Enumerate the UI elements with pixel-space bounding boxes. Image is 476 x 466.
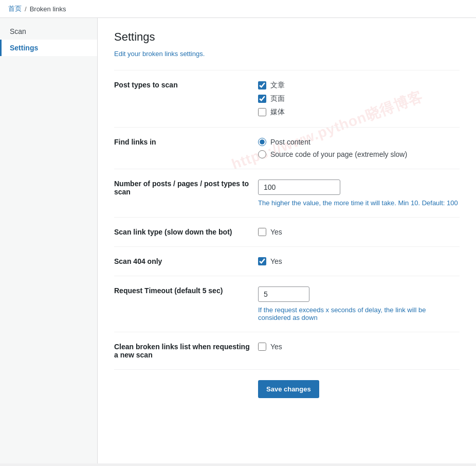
label-num-posts: Number of posts / pages / post types to … [114,169,258,218]
breadcrumb-current: Broken links [30,5,66,13]
row-scan-404: Scan 404 only Yes [114,247,460,276]
checkbox-scan-404[interactable] [258,257,266,265]
checkbox-page[interactable] [258,95,266,103]
control-clean-broken-links: Yes [258,332,460,370]
input-request-timeout[interactable] [258,286,309,302]
label-post-content[interactable]: Post content [270,138,310,146]
main-content: https://www.python晓得博客 Settings Edit you… [98,18,476,463]
row-request-timeout: Request Timeout (default 5 sec) If the r… [114,276,460,332]
control-post-types: 文章 页面 媒体 [258,70,460,128]
save-button[interactable]: Save changes [258,380,319,398]
label-clean-broken-links: Clean broken links list when requesting … [114,332,258,370]
label-scan-404-yes[interactable]: Yes [270,257,282,265]
label-request-timeout: Request Timeout (default 5 sec) [114,276,258,332]
checkbox-row-scan-404: Yes [258,257,460,265]
row-post-types: Post types to scan 文章 页面 媒体 [114,70,460,128]
hint-request-timeout: If the request exceeds x seconds of dela… [258,306,460,321]
settings-subtitle: Edit your broken links settings. [114,50,460,58]
checkbox-row-scan-link-type: Yes [258,228,460,236]
page-title: Settings [114,30,460,44]
hint-num-posts: The higher the value, the more time it w… [258,199,460,207]
sidebar-item-scan[interactable]: Scan [0,23,97,40]
checkbox-row-article: 文章 [258,81,460,90]
control-find-links: Post content Source code of your page (e… [258,128,460,169]
checkbox-row-page: 页面 [258,94,460,103]
label-clean-yes[interactable]: Yes [270,343,282,351]
label-article[interactable]: 文章 [270,81,285,90]
control-scan-link-type: Yes [258,218,460,247]
settings-table: Post types to scan 文章 页面 媒体 [114,70,460,408]
row-find-links: Find links in Post content Source code o… [114,128,460,169]
label-page[interactable]: 页面 [270,94,285,103]
radio-row-source-code: Source code of your page (extremely slow… [258,150,460,158]
sidebar-item-settings[interactable]: Settings [0,40,97,56]
breadcrumb: 首页 / Broken links [0,0,476,18]
checkbox-clean[interactable] [258,343,266,351]
checkbox-article[interactable] [258,81,266,89]
control-scan-404: Yes [258,247,460,276]
checkbox-scan-link-type[interactable] [258,228,266,236]
row-clean-broken-links: Clean broken links list when requesting … [114,332,460,370]
row-num-posts: Number of posts / pages / post types to … [114,169,460,218]
label-scan-404: Scan 404 only [114,247,258,276]
row-save: Save changes [114,370,460,409]
checkbox-row-clean: Yes [258,343,460,351]
save-label-spacer [114,370,258,409]
radio-source-code[interactable] [258,150,266,158]
label-scan-link-type: Scan link type (slow down the bot) [114,218,258,247]
radio-post-content[interactable] [258,138,266,146]
checkbox-row-media: 媒体 [258,107,460,117]
row-scan-link-type: Scan link type (slow down the bot) Yes [114,218,460,247]
input-num-posts[interactable] [258,180,340,195]
control-num-posts: The higher the value, the more time it w… [258,169,460,218]
control-request-timeout: If the request exceeds x seconds of dela… [258,276,460,332]
label-post-types: Post types to scan [114,70,258,128]
save-control: Save changes [258,370,460,409]
breadcrumb-separator: / [25,5,27,13]
checkbox-media[interactable] [258,108,266,116]
label-source-code[interactable]: Source code of your page (extremely slow… [270,150,407,158]
breadcrumb-home-link[interactable]: 首页 [8,4,22,13]
radio-row-post-content: Post content [258,138,460,146]
label-media[interactable]: 媒体 [270,107,285,117]
sidebar: Scan Settings [0,18,98,463]
label-find-links: Find links in [114,128,258,169]
label-scan-link-yes[interactable]: Yes [270,228,282,236]
